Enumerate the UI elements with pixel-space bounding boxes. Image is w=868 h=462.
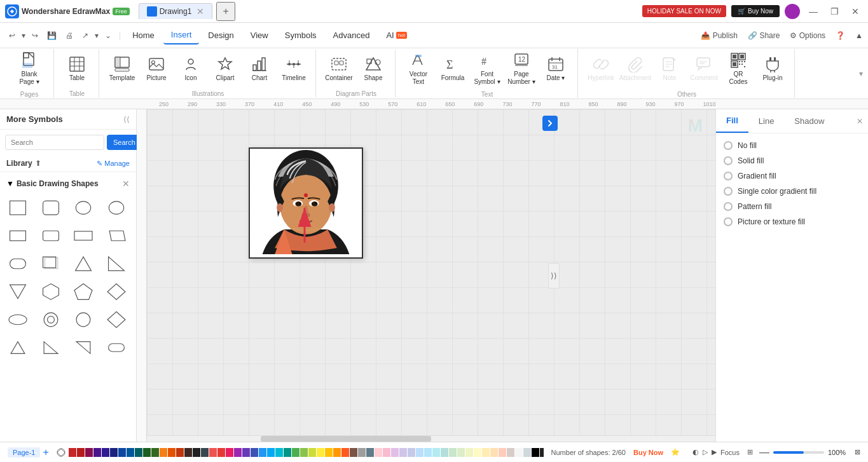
more-icon[interactable]: ⌄ <box>101 29 115 43</box>
color-swatch[interactable] <box>300 448 308 457</box>
color-swatch[interactable] <box>234 448 242 457</box>
horizontal-scrollbar[interactable] <box>147 435 715 442</box>
color-swatch[interactable] <box>93 448 101 457</box>
drawing-tab[interactable]: Drawing1 ✕ <box>139 3 213 19</box>
color-swatch[interactable] <box>317 448 324 457</box>
menu-home[interactable]: Home <box>125 27 162 44</box>
shape-right-triangle[interactable] <box>102 251 130 276</box>
color-swatch[interactable] <box>399 448 407 457</box>
fill-option-pattern[interactable]: Pattern fill <box>724 202 860 211</box>
color-swatch[interactable] <box>308 448 316 457</box>
library-expand-icon[interactable]: ⬆ <box>35 159 41 168</box>
color-swatch[interactable] <box>259 448 266 457</box>
radio-picture[interactable] <box>724 217 733 226</box>
add-page-button[interactable]: + <box>43 447 48 458</box>
formula-button[interactable]: Σ Formula <box>436 49 469 88</box>
color-swatch[interactable] <box>523 448 531 457</box>
chart-button[interactable]: Chart <box>243 50 276 88</box>
color-swatch[interactable] <box>217 448 225 457</box>
manage-link[interactable]: ✎ Manage <box>97 160 130 168</box>
export-dropdown-icon[interactable]: ▾ <box>93 29 100 43</box>
color-swatch[interactable] <box>358 448 366 457</box>
color-swatch[interactable] <box>432 448 440 457</box>
fit-icon[interactable]: ⊞ <box>747 448 753 456</box>
picture-button[interactable]: Picture <box>140 50 173 88</box>
help-button[interactable]: ❓ <box>836 31 845 40</box>
vector-text-button[interactable]: VectorText <box>402 49 435 88</box>
color-swatch[interactable] <box>193 448 200 457</box>
shape-triangle-down[interactable] <box>4 279 32 304</box>
collapse-ribbon-button[interactable]: ▲ <box>855 31 863 40</box>
shape-button[interactable]: Shape <box>357 50 390 88</box>
save-icon[interactable]: 💾 <box>43 29 60 43</box>
color-swatch[interactable] <box>267 448 275 457</box>
panel-collapse-button[interactable]: ⟨⟨ <box>123 115 130 124</box>
radio-none[interactable] <box>724 141 733 150</box>
shape-rounded-rect2[interactable] <box>37 223 65 248</box>
share-button[interactable]: 🔗 Share <box>748 31 780 40</box>
color-swatch[interactable] <box>135 448 142 457</box>
hyperlink-button[interactable]: Hyperlink <box>584 49 617 88</box>
shape-circle2[interactable] <box>102 195 130 221</box>
search-input[interactable] <box>5 135 104 150</box>
color-swatch[interactable] <box>201 448 209 457</box>
color-picker-icon[interactable] <box>57 447 65 458</box>
color-swatch[interactable] <box>118 448 126 457</box>
color-swatch[interactable] <box>465 448 473 457</box>
container-button[interactable]: Container <box>322 50 355 88</box>
color-swatch[interactable] <box>490 448 498 457</box>
template-button[interactable]: Template <box>106 50 139 88</box>
color-swatch[interactable] <box>375 448 382 457</box>
buy-now-status-button[interactable]: Buy Now <box>633 449 663 456</box>
color-swatch[interactable] <box>540 448 544 457</box>
shape-small-tri[interactable] <box>4 335 32 360</box>
tab-close-icon[interactable]: ✕ <box>196 6 204 17</box>
clipart-button[interactable]: Clipart <box>209 50 242 88</box>
undo-icon[interactable]: ↩ <box>5 29 19 43</box>
color-swatch[interactable] <box>184 448 192 457</box>
shape-tri-right2[interactable] <box>37 335 65 360</box>
zoom-minus-button[interactable]: — <box>759 447 769 458</box>
shape-rectangle[interactable] <box>4 195 32 221</box>
shape-circle4[interactable] <box>69 307 97 332</box>
shape-rect2[interactable] <box>4 223 32 248</box>
shape-ellipse2[interactable] <box>4 307 32 332</box>
color-swatch[interactable] <box>515 448 523 457</box>
shapes-close-button[interactable]: ✕ <box>122 179 130 189</box>
menu-symbols[interactable]: Symbols <box>277 27 324 44</box>
color-swatch[interactable] <box>77 448 85 457</box>
maximize-button[interactable]: ❐ <box>827 5 843 18</box>
font-symbol-button[interactable]: # FontSymbol ▾ <box>471 49 504 88</box>
color-swatch[interactable] <box>341 448 349 457</box>
radio-pattern[interactable] <box>724 202 733 211</box>
color-swatch[interactable] <box>226 448 233 457</box>
menu-ai[interactable]: AI hot <box>378 27 414 44</box>
page-name[interactable]: Page-1 <box>8 447 40 458</box>
publish-button[interactable]: 📤 Publish <box>701 31 738 40</box>
shape-pentagon[interactable] <box>69 279 97 304</box>
scrollbar-thumb-h[interactable] <box>261 436 431 442</box>
export-icon[interactable]: ↗ <box>78 29 92 43</box>
color-swatch[interactable] <box>449 448 457 457</box>
color-swatch[interactable] <box>168 448 176 457</box>
color-swatch[interactable] <box>366 448 374 457</box>
color-swatch[interactable] <box>143 448 151 457</box>
timeline-button[interactable]: Timeline <box>277 50 310 88</box>
color-swatch[interactable] <box>242 448 250 457</box>
shape-tri-right3[interactable] <box>69 335 97 360</box>
menu-insert[interactable]: Insert <box>163 26 200 44</box>
radio-single-gradient[interactable] <box>724 187 733 196</box>
shape-rhombus[interactable] <box>102 307 130 332</box>
shape-hexagon[interactable] <box>37 279 65 304</box>
shape-rounded-rect[interactable] <box>37 195 65 221</box>
theme-icon[interactable]: ◐ <box>692 448 699 456</box>
buy-now-title-button[interactable]: 🛒 Buy Now <box>731 5 780 17</box>
color-swatch[interactable] <box>176 448 184 457</box>
radio-solid[interactable] <box>724 156 733 165</box>
menu-view[interactable]: View <box>243 27 276 44</box>
color-swatch[interactable] <box>333 448 341 457</box>
play-icon[interactable]: ▶ <box>712 448 717 456</box>
color-swatch[interactable] <box>127 448 134 457</box>
fit-page-icon[interactable]: ⊠ <box>855 448 860 456</box>
date-button[interactable]: 31 Date ▾ <box>539 49 572 88</box>
